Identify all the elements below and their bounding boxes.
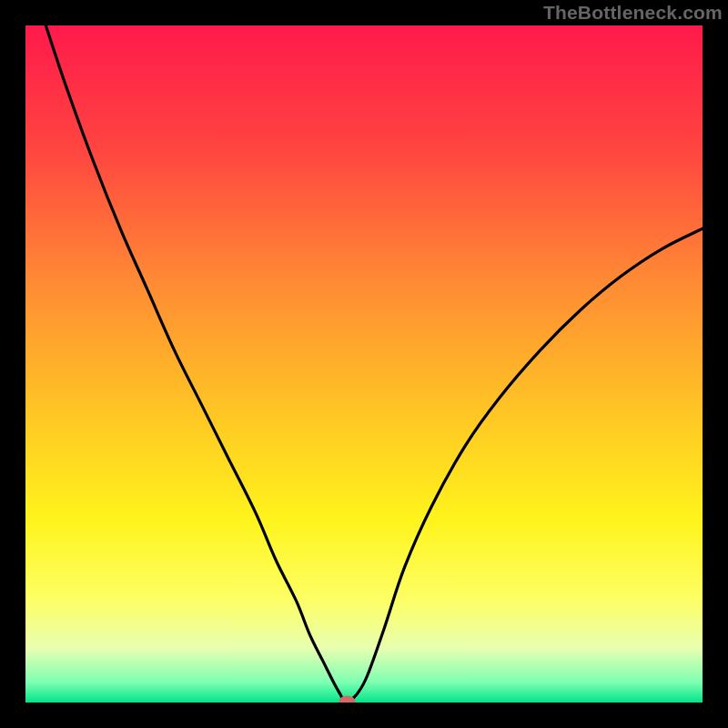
- plot-area: [25, 25, 703, 703]
- watermark-text: TheBottleneck.com: [543, 2, 723, 24]
- chart-background: [25, 25, 703, 703]
- chart-frame: TheBottleneck.com: [0, 0, 728, 728]
- bottleneck-chart: [25, 25, 703, 703]
